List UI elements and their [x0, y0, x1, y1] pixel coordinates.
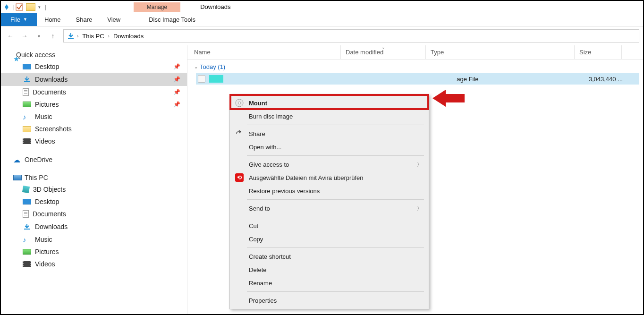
pin-icon: 📌 [173, 101, 180, 108]
videos-icon [23, 138, 31, 144]
menu-separator [247, 125, 424, 125]
column-date-modified[interactable]: ⌄Date modified [341, 45, 426, 59]
menu-rename[interactable]: Rename [231, 276, 428, 289]
disc-image-tools-tab[interactable]: Disc Image Tools [141, 13, 203, 26]
sidebar-item-downloads-pc[interactable]: Downloads [1, 220, 187, 233]
svg-rect-1 [68, 38, 74, 39]
menu-mount[interactable]: Mount [231, 96, 428, 110]
sidebar-item-3d-objects[interactable]: 3D Objects [1, 183, 187, 196]
videos-icon [23, 261, 31, 267]
avira-icon: ⟲ [235, 173, 244, 182]
sort-indicator-icon: ⌄ [381, 45, 385, 50]
home-tab[interactable]: Home [37, 13, 68, 26]
menu-delete[interactable]: Delete [231, 263, 428, 276]
desktop-icon [23, 64, 31, 69]
menu-properties[interactable]: Properties [231, 294, 428, 307]
menu-copy[interactable]: Copy [231, 232, 428, 246]
explorer-icon [3, 3, 10, 11]
sidebar-item-pictures-pc[interactable]: Pictures [1, 246, 187, 258]
forward-button[interactable]: → [19, 30, 30, 42]
title-bar: | ▾ | Manage Downloads [1, 1, 643, 13]
desktop-icon [23, 199, 31, 204]
sidebar-item-music-pc[interactable]: ♪Music [1, 233, 187, 246]
downloads-icon [23, 222, 31, 231]
chevron-right-icon[interactable]: › [108, 34, 110, 39]
chevron-right-icon: 〉 [417, 205, 422, 212]
view-tab[interactable]: View [100, 13, 128, 26]
checkbox-icon[interactable] [16, 3, 23, 11]
breadcrumb-downloads[interactable]: Downloads [111, 32, 145, 41]
svg-rect-2 [24, 81, 30, 82]
column-size[interactable]: Size [575, 45, 622, 59]
sidebar-item-videos[interactable]: Videos [1, 135, 187, 147]
file-name[interactable] [209, 75, 223, 83]
file-type: Disc Image File [432, 76, 580, 83]
column-type[interactable]: Type [426, 45, 575, 59]
menu-send-to[interactable]: Send to〉 [231, 202, 428, 215]
menu-separator [247, 291, 424, 292]
navigation-pane: Quick access Desktop📌 Downloads📌 Documen… [1, 45, 187, 314]
menu-separator [247, 247, 424, 248]
menu-share[interactable]: Share [231, 127, 428, 140]
sidebar-item-videos-pc[interactable]: Videos [1, 258, 187, 270]
sidebar-item-documents-pc[interactable]: Documents [1, 208, 187, 220]
sidebar-item-desktop-pc[interactable]: Desktop [1, 196, 187, 208]
back-button[interactable]: ← [5, 30, 16, 42]
folder-icon [26, 3, 35, 11]
sidebar-item-downloads[interactable]: Downloads📌 [1, 73, 187, 86]
document-icon [23, 88, 29, 96]
group-today[interactable]: ⌄ Today (1) [187, 60, 643, 73]
pin-icon: 📌 [173, 63, 180, 70]
menu-cut[interactable]: Cut [231, 219, 428, 232]
chevron-down-icon: ⌄ [194, 64, 198, 69]
share-tab[interactable]: Share [68, 13, 100, 26]
menu-separator [247, 155, 424, 156]
address-bar[interactable]: › This PC › Downloads [63, 29, 639, 43]
sidebar-item-music[interactable]: ♪Music [1, 111, 187, 123]
navigation-bar: ← → ▾ ↑ › This PC › Downloads [1, 26, 643, 45]
up-button[interactable]: ↑ [47, 30, 59, 42]
breadcrumb-this-pc[interactable]: This PC [80, 32, 106, 41]
qat-separator: | [43, 3, 47, 10]
downloads-icon [23, 75, 31, 84]
menu-avira-scan[interactable]: ⟲Ausgewählte Dateien mit Avira überprüfe… [231, 171, 428, 184]
this-pc-group[interactable]: This PC [1, 172, 187, 183]
menu-create-shortcut[interactable]: Create shortcut [231, 250, 428, 263]
menu-burn-disc-image[interactable]: Burn disc image [231, 110, 428, 123]
menu-give-access-to[interactable]: Give access to〉 [231, 158, 428, 171]
sidebar-item-desktop[interactable]: Desktop📌 [1, 60, 187, 73]
folder-icon [23, 126, 31, 132]
pictures-icon [23, 249, 31, 255]
menu-open-with[interactable]: Open with... [231, 140, 428, 153]
disc-icon [235, 98, 244, 108]
sidebar-item-documents[interactable]: Documents📌 [1, 86, 187, 98]
window-title: Downloads [200, 3, 230, 10]
chevron-right-icon: 〉 [417, 161, 422, 168]
qat-dropdown-icon[interactable]: ▾ [36, 5, 42, 9]
file-row[interactable]: Disc Image File 3,043,440 ... [196, 73, 639, 85]
file-tab[interactable]: File▼ [1, 13, 37, 26]
sidebar-item-pictures[interactable]: Pictures📌 [1, 98, 187, 111]
recent-locations-button[interactable]: ▾ [33, 30, 44, 42]
contextual-tab-manage[interactable]: Manage [134, 2, 180, 12]
column-name[interactable]: Name [187, 45, 341, 59]
menu-separator [247, 217, 424, 217]
onedrive-group[interactable]: ☁OneDrive [1, 154, 187, 165]
3d-objects-icon [22, 186, 30, 193]
qat-separator: | [11, 3, 15, 10]
pin-icon: 📌 [173, 89, 180, 95]
onedrive-icon: ☁ [13, 156, 22, 163]
document-icon [23, 210, 29, 218]
music-icon: ♪ [23, 113, 31, 120]
quick-access-toolbar: | ▾ | [1, 3, 47, 11]
column-headers: Name ⌄Date modified Type Size [187, 45, 643, 60]
menu-restore-previous-versions[interactable]: Restore previous versions [231, 184, 428, 197]
sidebar-item-screenshots[interactable]: Screenshots [1, 123, 187, 135]
pin-icon: 📌 [173, 76, 180, 83]
svg-point-5 [238, 102, 241, 104]
pictures-icon [23, 102, 31, 107]
chevron-right-icon[interactable]: › [77, 34, 78, 39]
music-icon: ♪ [23, 236, 31, 243]
quick-access-group[interactable]: Quick access [1, 49, 187, 60]
share-icon [235, 129, 244, 138]
